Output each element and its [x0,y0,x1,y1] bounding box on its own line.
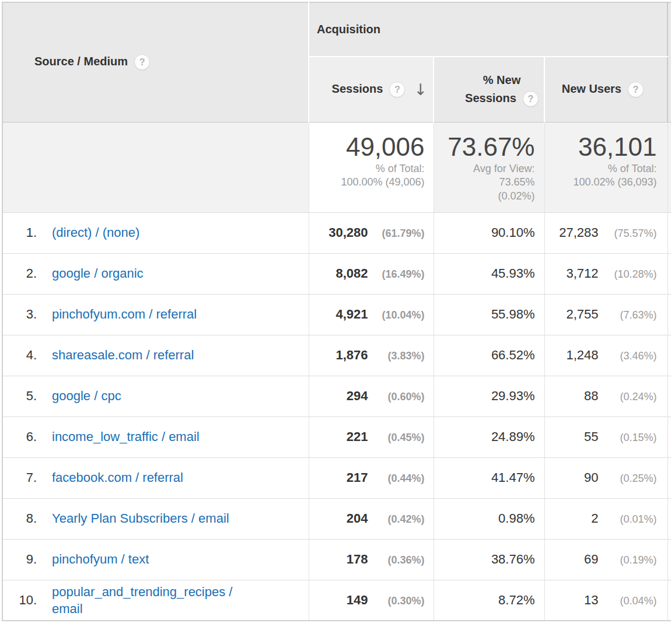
new-users-percent: (10.28%) [599,268,657,281]
pct-new-sessions-cell: 90.10% [434,212,544,253]
row-sliver-cell [667,457,671,498]
row-sliver-cell [667,253,671,294]
source-medium-cell: 5. google / cpc [2,376,309,416]
row-rank: 4. [4,348,37,363]
source-medium-link[interactable]: google / organic [52,265,144,282]
source-medium-cell: 9. pinchofyum / text [2,539,309,580]
totals-empty-cell [2,122,309,212]
source-medium-cell: 1. (direct) / (none) [2,212,309,253]
row-rank: 3. [4,307,37,322]
source-medium-cell: 6. income_low_traffic / email [2,416,309,457]
totals-sliver-cell [667,122,671,212]
new-users-percent: (75.57%) [599,228,657,240]
sessions-value: 221 [347,429,368,444]
sessions-percent: (10.04%) [368,309,425,321]
source-medium-link[interactable]: shareasale.com / referral [52,346,194,363]
new-users-percent: (0.19%) [599,554,657,566]
new-users-percent: (0.04%) [599,595,657,607]
source-medium-link[interactable]: income_low_traffic / email [52,428,200,445]
row-sliver-cell [667,212,671,253]
sessions-percent: (0.60%) [368,391,425,403]
totals-row: 49,006 % of Total: 100.00% (49,006) 73.6… [2,122,671,212]
pct-new-sessions-value: 55.98% [491,307,535,321]
source-medium-label: Source / Medium [34,55,128,68]
row-rank: 7. [4,470,37,485]
source-medium-link[interactable]: google / cpc [52,387,121,404]
row-sliver-cell [667,376,671,416]
pct-new-sessions-value: 24.89% [491,429,535,444]
new-users-total-detail: % of Total: 100.02% (36,093) [546,162,657,190]
sessions-percent: (0.36%) [368,554,425,566]
row-sliver-cell [667,294,671,335]
new-users-value: 1,248 [566,348,598,362]
new-users-cell: 1,248(3.46%) [544,335,667,376]
source-medium-link[interactable]: facebook.com / referral [52,469,183,486]
row-rank: 6. [4,429,37,444]
sessions-percent: (16.49%) [368,268,425,281]
new-users-label: New Users [562,82,621,95]
new-users-value: 2 [591,511,598,526]
sessions-percent: (61.79%) [368,228,425,240]
table-row: 9. pinchofyum / text 178(0.36%) 38.76% 6… [2,539,671,580]
new-users-cell: 13(0.04%) [544,580,667,621]
source-medium-link[interactable]: pinchofyum.com / referral [52,306,197,323]
column-header-sessions[interactable]: Sessions?↓ [309,57,434,122]
sessions-cell: 178(0.36%) [309,539,434,580]
column-header-new-users[interactable]: New Users? [544,57,667,122]
source-medium-link[interactable]: (direct) / (none) [52,224,139,241]
new-users-percent: (3.46%) [599,350,657,362]
row-rank: 9. [4,552,37,567]
pct-new-sessions-value: 0.98% [498,511,534,526]
source-medium-link[interactable]: Yearly Plan Subscribers / email [52,510,229,527]
help-icon[interactable]: ? [389,82,405,97]
sessions-cell: 149(0.30%) [309,580,434,621]
new-users-value: 88 [584,388,598,403]
column-header-pct-new-sessions[interactable]: % New Sessions? [434,57,544,122]
table-row: 5. google / cpc 294(0.60%) 29.93% 88(0.2… [2,376,671,416]
pct-new-sessions-cell: 29.93% [434,376,544,416]
row-sliver-cell [667,335,671,376]
sessions-value: 149 [347,593,368,607]
sessions-total-detail: % of Total: 100.00% (49,006) [310,162,425,190]
pct-new-sessions-cell: 45.93% [434,253,544,294]
source-medium-cell: 2. google / organic [2,253,309,294]
help-icon[interactable]: ? [134,54,150,70]
new-users-cell: 2,755(7.63%) [544,294,667,335]
table-row: 2. google / organic 8,082(16.49%) 45.93%… [2,253,671,294]
row-rank: 5. [4,388,37,404]
pct-new-sessions-value: 90.10% [491,225,535,240]
source-medium-cell: 3. pinchofyum.com / referral [2,294,309,335]
group-header-acquisition: Acquisition [309,2,667,57]
sessions-value: 30,280 [328,225,368,240]
sessions-total: 49,006 [310,133,425,161]
source-medium-link[interactable]: pinchofyum / text [52,551,149,568]
table-row: 10. popular_and_trending_recipes / email… [2,580,671,621]
new-users-cell: 90(0.25%) [544,457,667,498]
pct-new-sessions-avg-detail: Avg for View: 73.65% (0.02%) [435,162,535,203]
pct-new-sessions-value: 45.93% [491,266,535,281]
sessions-percent: (0.30%) [368,595,425,607]
new-users-percent: (0.15%) [599,432,657,444]
table-row: 8. Yearly Plan Subscribers / email 204(0… [2,498,671,539]
table-row: 1. (direct) / (none) 30,280(61.79%) 90.1… [2,212,671,253]
pct-new-sessions-cell: 66.52% [434,335,544,376]
column-header-source-medium[interactable]: Source / Medium? [2,2,309,122]
new-users-percent: (0.24%) [599,391,657,403]
pct-new-sessions-value: 66.52% [491,348,535,362]
sessions-value: 8,082 [336,266,368,281]
pct-new-sessions-label: % New Sessions [465,74,520,104]
pct-new-sessions-cell: 41.47% [434,457,544,498]
pct-new-sessions-cell: 38.76% [434,539,544,580]
sessions-percent: (3.83%) [368,350,425,362]
sessions-cell: 8,082(16.49%) [309,253,434,294]
table-row: 6. income_low_traffic / email 221(0.45%)… [2,416,671,457]
source-medium-cell: 10. popular_and_trending_recipes / email [2,580,309,621]
help-icon[interactable]: ? [523,91,539,107]
help-icon[interactable]: ? [628,82,644,97]
new-users-cell: 3,712(10.28%) [544,253,667,294]
source-medium-link[interactable]: popular_and_trending_recipes / email [52,583,256,618]
pct-new-sessions-avg: 73.67% [435,133,535,161]
sessions-cell: 1,876(3.83%) [309,335,434,376]
table-row: 4. shareasale.com / referral 1,876(3.83%… [2,335,671,376]
new-users-value: 55 [584,429,598,444]
